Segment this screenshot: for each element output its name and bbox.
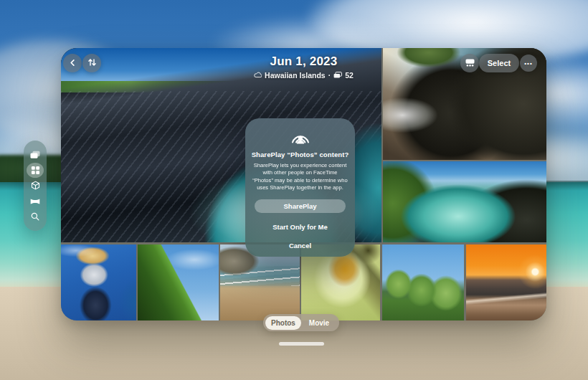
sidebar-item-panorama[interactable] <box>27 194 44 209</box>
photo-ocean-sunset[interactable] <box>466 244 546 320</box>
spatial-cube-icon <box>31 181 40 190</box>
sidebar-item-photos[interactable] <box>27 147 44 163</box>
photo-black-sand-cove[interactable] <box>383 161 546 242</box>
grid-view-icon <box>465 57 475 70</box>
toggle-option-photos[interactable]: Photos <box>265 316 301 330</box>
photo-green-mountain-ridge[interactable] <box>138 244 219 320</box>
dialog-body-text: SharePlay lets you experience content wi… <box>251 162 349 192</box>
panorama-icon <box>30 198 40 205</box>
albums-grid-icon <box>31 166 40 175</box>
sidebar-item-albums[interactable] <box>27 163 44 179</box>
photos-movie-toggle: Photos Movie <box>263 314 339 331</box>
dialog-title: SharePlay “Photos” content? <box>251 151 349 158</box>
cancel-button[interactable]: Cancel <box>251 242 349 250</box>
photo-woman-on-cliff[interactable] <box>61 244 136 320</box>
more-options-button[interactable]: ••• <box>520 54 537 72</box>
chevron-left-icon <box>69 57 77 70</box>
photos-stack-icon <box>30 151 40 159</box>
up-down-arrows-icon <box>87 57 97 70</box>
shareplay-dialog: SharePlay “Photos” content? SharePlay le… <box>245 118 355 257</box>
sort-button[interactable] <box>82 54 101 72</box>
sidebar-tab-bar <box>24 141 47 231</box>
back-button[interactable] <box>63 54 82 72</box>
visionos-photos-screen: Jun 1, 2023 Hawaiian Islands · 52 Select… <box>0 0 588 380</box>
photo-prickly-pear-cactus[interactable] <box>382 244 464 320</box>
window-drag-bar[interactable] <box>279 342 324 346</box>
sidebar-item-search[interactable] <box>27 209 44 224</box>
shareplay-confirm-button[interactable]: SharePlay <box>255 199 346 213</box>
start-only-for-me-button[interactable]: Start Only for Me <box>251 223 349 231</box>
view-options-button[interactable] <box>460 54 479 72</box>
select-button[interactable]: Select <box>479 54 519 72</box>
ellipsis-icon: ••• <box>524 60 532 67</box>
toggle-option-movie[interactable]: Movie <box>301 316 337 330</box>
search-icon <box>31 212 39 221</box>
shareplay-icon <box>251 128 349 145</box>
sidebar-item-spatial[interactable] <box>27 178 44 194</box>
